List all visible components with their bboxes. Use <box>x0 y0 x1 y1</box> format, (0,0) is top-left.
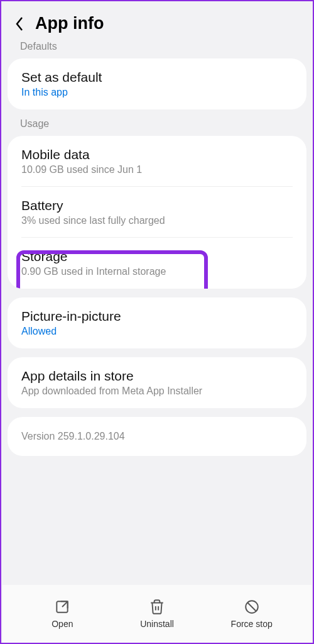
header: App info <box>1 1 313 43</box>
chevron-left-icon <box>14 15 24 33</box>
mobile-data-title: Mobile data <box>21 147 293 162</box>
force-stop-label: Force stop <box>231 619 273 629</box>
bottom-action-bar: Open Uninstall Force stop <box>3 585 311 643</box>
force-stop-button[interactable]: Force stop <box>204 599 299 629</box>
battery-title: Battery <box>21 198 293 213</box>
back-button[interactable] <box>13 17 26 31</box>
set-as-default-sub: In this app <box>21 87 293 98</box>
svg-line-5 <box>247 603 256 611</box>
pip-title: Picture-in-picture <box>21 309 293 324</box>
version-text: Version 259.1.0.29.104 <box>21 431 293 442</box>
battery-item[interactable]: Battery 3% used since last fully charged <box>8 187 306 238</box>
set-as-default-item[interactable]: Set as default In this app <box>8 58 306 109</box>
svg-line-1 <box>62 601 68 607</box>
storage-sub: 0.90 GB used in Internal storage <box>21 266 293 277</box>
section-label-usage: Usage <box>1 109 313 136</box>
app-details-card: App details in store App downloaded from… <box>8 357 306 408</box>
version-card: Version 259.1.0.29.104 <box>8 417 306 456</box>
storage-title: Storage <box>21 249 293 264</box>
pip-sub: Allowed <box>21 326 293 337</box>
usage-card: Mobile data 10.09 GB used since Jun 1 Ba… <box>8 136 306 289</box>
app-details-title: App details in store <box>21 369 293 384</box>
app-details-sub: App downloaded from Meta App Installer <box>21 386 293 397</box>
battery-sub: 3% used since last fully charged <box>21 215 293 226</box>
trash-icon <box>149 599 165 615</box>
uninstall-label: Uninstall <box>140 619 174 629</box>
storage-item[interactable]: Storage 0.90 GB used in Internal storage <box>8 238 306 289</box>
app-details-item[interactable]: App details in store App downloaded from… <box>8 357 306 408</box>
open-button[interactable]: Open <box>15 599 110 629</box>
section-label-defaults: Defaults <box>1 41 313 58</box>
open-label: Open <box>51 619 73 629</box>
page-title: App info <box>35 14 104 33</box>
mobile-data-sub: 10.09 GB used since Jun 1 <box>21 164 293 175</box>
picture-in-picture-item[interactable]: Picture-in-picture Allowed <box>8 297 306 348</box>
open-icon <box>54 599 70 615</box>
defaults-card: Set as default In this app <box>8 58 306 109</box>
stop-icon <box>244 599 260 615</box>
mobile-data-item[interactable]: Mobile data 10.09 GB used since Jun 1 <box>8 136 306 187</box>
pip-card: Picture-in-picture Allowed <box>8 297 306 348</box>
set-as-default-title: Set as default <box>21 70 293 85</box>
uninstall-button[interactable]: Uninstall <box>110 599 205 629</box>
